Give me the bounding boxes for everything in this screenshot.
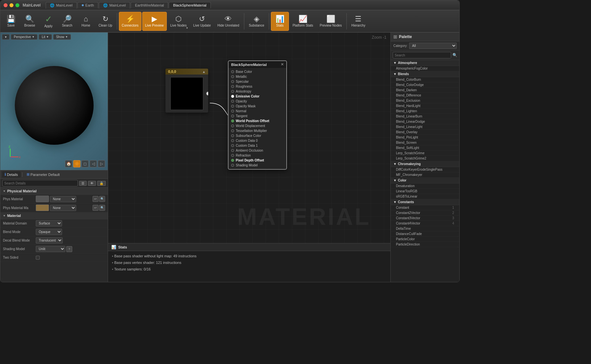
node-output-pin[interactable] — [206, 92, 208, 96]
palette-group-constants[interactable]: ▼ Constants — [391, 199, 459, 205]
lock-btn[interactable]: 🔒 — [97, 181, 106, 186]
palette-item[interactable]: Blend_SoftLight — [391, 145, 459, 151]
palette-item[interactable]: Blend_PinLight — [391, 135, 459, 140]
material-section-header[interactable]: ▼ Material — [0, 212, 108, 219]
stats-icon: 📊 — [275, 15, 284, 23]
palette-group-chromakeying[interactable]: ▼ Chromakeying — [391, 161, 459, 167]
minimize-button[interactable] — [10, 3, 13, 7]
palette-group-blends[interactable]: ▼ Blends — [391, 71, 459, 77]
hierarchy-button[interactable]: ☰ Hierarchy — [348, 12, 368, 31]
category-select[interactable]: All — [409, 43, 457, 49]
palette-item[interactable]: Blend_Darken — [391, 88, 459, 93]
connectors-button[interactable]: ⚡ Connectors — [119, 12, 142, 31]
cleanup-button[interactable]: ↻ Clean Up — [96, 12, 115, 31]
palette-item[interactable]: ParticleColor — [391, 237, 459, 242]
palette-item[interactable]: Blend_LinearLight — [391, 124, 459, 130]
substance-button[interactable]: ◈ Substance — [246, 12, 267, 31]
tab-black-sphere[interactable]: BlackSphereMaterial — [169, 2, 211, 8]
palette-item[interactable]: DiffColorKeyerErodeSinglePass — [391, 167, 459, 172]
stats-button[interactable]: 📊 Stats — [271, 12, 289, 31]
platform-stats-button[interactable]: 📈 Platform Stats — [290, 12, 316, 31]
show-btn[interactable]: Show ▼ — [53, 34, 71, 40]
palette-item[interactable]: Lerp_ScratchGrime — [391, 151, 459, 156]
group-label: Atmosphere — [398, 61, 417, 65]
palette-item[interactable]: Blend_ColorDodge — [391, 82, 459, 88]
palette-item[interactable]: MF_Chromakeyer — [391, 172, 459, 178]
vector3-node[interactable]: 0,0,0 ▲ — [165, 69, 208, 113]
search-button[interactable]: 🔎 Search — [58, 12, 76, 31]
save-button[interactable]: 💾 Save — [2, 12, 20, 31]
palette-item[interactable]: Constant3Vector 3 — [391, 216, 459, 221]
shading-info-btn[interactable]: ? — [66, 246, 72, 252]
palette-group-color[interactable]: ▼ Color — [391, 178, 459, 183]
perspective-btn[interactable]: Perspective ▼ — [11, 34, 37, 40]
palette-item[interactable]: LinearTosRGB — [391, 189, 459, 194]
two-sided-checkbox[interactable] — [36, 256, 40, 260]
pin-circle-tangent — [231, 115, 234, 118]
palette-item[interactable]: DistanceCullFade — [391, 231, 459, 237]
shading-model-select[interactable]: Unlit — [36, 246, 65, 252]
phys-ma-reset-btn[interactable]: ↩ — [93, 205, 98, 211]
phys-material-ma-select[interactable]: None — [50, 205, 76, 211]
phys-material-select[interactable]: None — [50, 196, 76, 202]
maximize-button[interactable] — [15, 3, 19, 7]
live-preview-button[interactable]: ▶ Live Preview — [142, 12, 167, 31]
palette-item[interactable]: DeltaTime — [391, 226, 459, 231]
palette-item[interactable]: Desaturation — [391, 183, 459, 189]
tab-earth[interactable]: Earth — [77, 2, 98, 8]
palette-item[interactable]: Blend_Overlay — [391, 130, 459, 135]
palette-item[interactable]: AtmosphericFogColor — [391, 66, 459, 71]
palette-item[interactable]: Blend_Screen — [391, 140, 459, 145]
phys-ma-search-btn[interactable]: 🔍 — [99, 205, 105, 211]
palette-item[interactable]: Blend_ColorBurn — [391, 77, 459, 82]
physical-material-section-header[interactable]: ▼ Physical Material — [0, 188, 108, 195]
tab-earth-wire[interactable]: EarthWireMaterial — [131, 2, 168, 8]
live-update-button[interactable]: ↺ Live Update — [190, 12, 214, 31]
viewport-canvas[interactable]: X Z — [0, 32, 108, 170]
details-tab[interactable]: ℹ Details — [2, 171, 21, 178]
tab-main-level-2[interactable]: 🌐 MainLevel — [99, 2, 130, 9]
blend-mode-select[interactable]: Opaque — [36, 229, 62, 235]
hide-unrelated-button[interactable]: 👁 Hide Unrelated — [214, 12, 242, 31]
home-button[interactable]: ⌂ Home — [77, 12, 95, 31]
palette-item[interactable]: Blend_LinearDodge — [391, 119, 459, 124]
palette-item[interactable]: Constant 1 — [391, 205, 459, 210]
bsm-node[interactable]: BlackSphereMaterial ✕ Base Color Metalli… — [228, 60, 287, 170]
viewport-mode-btn[interactable]: ▾ — [2, 34, 10, 40]
lit-btn[interactable]: Lit ▼ — [39, 34, 52, 40]
browse-button[interactable]: 🔍 Browse — [21, 12, 39, 31]
tab-main-level-1[interactable]: 🌐 MainLevel — [46, 2, 77, 9]
apply-button[interactable]: ✓ Apply — [39, 12, 57, 31]
viewport-ctrl-2[interactable]: 🔆 — [73, 160, 80, 167]
viewport-ctrl-1[interactable]: 🏠 — [65, 160, 72, 167]
phys-reset-btn[interactable]: ↩ — [93, 196, 98, 202]
eye-btn[interactable]: 👁 — [88, 181, 96, 186]
palette-item[interactable]: Constant2Vector 2 — [391, 210, 459, 216]
palette-item[interactable]: Blend_Lighten — [391, 109, 459, 114]
palette-item[interactable]: Lerp_ScratchGrime2 — [391, 156, 459, 161]
palette-item[interactable]: Constant4Vector 4 — [391, 221, 459, 226]
palette-item[interactable]: Blend_HardLight — [391, 103, 459, 109]
viewport-ctrl-5[interactable]: ▷ — [98, 160, 105, 167]
palette-search-input[interactable] — [393, 52, 451, 58]
live-nodes-button[interactable]: ⬡ Live Nodes ▼ — [167, 12, 190, 31]
viewport-ctrl-4[interactable]: ◁ — [90, 160, 97, 167]
palette-item[interactable]: ParticleDirection — [391, 242, 459, 247]
palette-item[interactable]: sRGBToLinear — [391, 194, 459, 199]
toolbar: 💾 Save 🔍 Browse ✓ Apply 🔎 Search ⌂ Home … — [0, 10, 459, 32]
view-options-btn[interactable]: ☰ — [79, 181, 87, 186]
phys-search-btn[interactable]: 🔍 — [99, 196, 105, 202]
decal-blend-select[interactable]: Translucent — [36, 237, 63, 244]
palette-item[interactable]: Blend_Difference — [391, 93, 459, 98]
palette-group-atmosphere[interactable]: ▼ Atmosphere — [391, 60, 459, 66]
viewport-ctrl-3[interactable]: ◻ — [81, 160, 89, 167]
pin-metallic: Metallic — [229, 74, 286, 79]
search-details-input[interactable] — [2, 180, 78, 186]
palette-item[interactable]: Blend_LinearBurn — [391, 114, 459, 119]
material-editor[interactable]: Zoom -1 MATERIAL 0,0,0 ▲ — [108, 32, 390, 243]
material-domain-select[interactable]: Surface — [36, 220, 62, 226]
preview-nodes-button[interactable]: ⬜ Preview Nodes — [317, 12, 345, 31]
palette-item[interactable]: Blend_Exclusion — [391, 98, 459, 103]
param-default-tab[interactable]: ⊞ Parameter Default — [24, 171, 62, 178]
close-button[interactable] — [4, 3, 8, 7]
